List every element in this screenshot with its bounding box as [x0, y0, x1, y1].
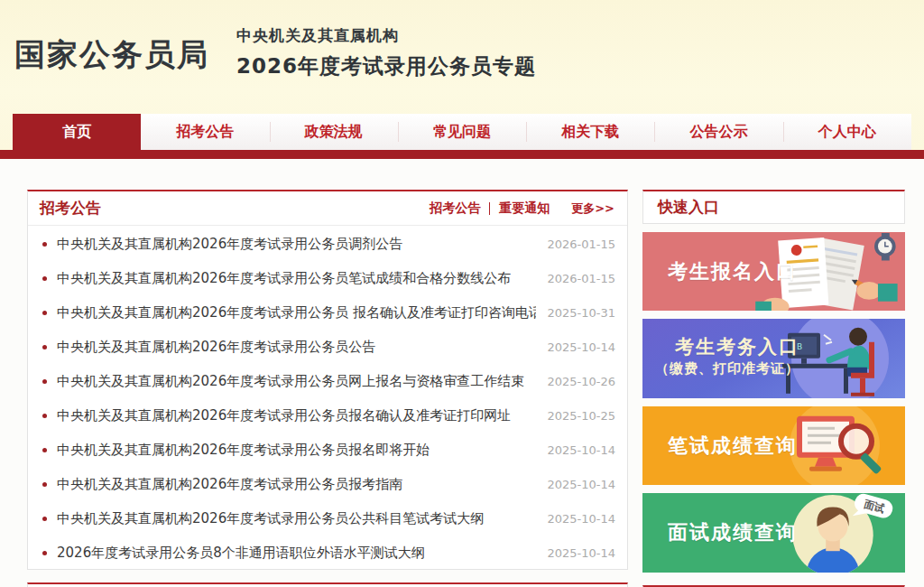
nav-tab[interactable]: 相关下载: [526, 114, 654, 150]
list-item-title: 中央机关及其直属机构2026年度考试录用公务员公共科目笔试考试大纲: [57, 510, 536, 527]
nav-tab-label: 首页: [62, 123, 91, 142]
brand-area: 国家公务员局 中央机关及其直属机构 2026年度考试录用公务员专题: [0, 0, 924, 80]
nav-tab[interactable]: 个人中心: [783, 114, 911, 150]
list-item[interactable]: 中央机关及其直属机构2026年度考试录用公务员报考指南 2025-10-14: [40, 468, 615, 502]
list-item[interactable]: 中央机关及其直属机构2026年度考试录用公务员调剂公告 2026-01-15: [40, 227, 615, 261]
banner-sublabel: （缴费、打印准考证）: [655, 360, 799, 377]
list-item-date: 2026-01-15: [547, 238, 615, 251]
list-item-date: 2025-10-14: [547, 512, 615, 526]
announcements-filters: 招考公告 重要通知 更多>>: [430, 200, 614, 217]
site-subtitle: 中央机关及其直属机构: [236, 25, 536, 46]
list-item[interactable]: 中央机关及其直属机构2026年度考试录用公务员报名确认及准考证打印网址 2025…: [40, 398, 615, 433]
nav-tab-label: 常见问题: [433, 123, 491, 142]
main-content: 招考公告 招考公告 重要通知 更多>> 中央机关及其直属机构2026年度考试录用…: [0, 159, 924, 587]
site-title-block: 中央机关及其直属机构 2026年度考试录用公务员专题: [236, 25, 536, 80]
nav-tab[interactable]: 常见问题: [398, 114, 526, 150]
next-section-stub-left: [27, 582, 628, 587]
nav-tab[interactable]: 招考公告: [141, 114, 269, 150]
nav-tab-label: 个人中心: [818, 123, 876, 142]
site-header: 国家公务员局 中央机关及其直属机构 2026年度考试录用公务员专题 首页 招考公…: [0, 0, 924, 150]
site-logo-text: 国家公务员局: [14, 34, 209, 76]
list-item-title: 中央机关及其直属机构2026年度考试录用公务员 报名确认及准考证打印咨询电话: [57, 304, 536, 321]
list-item[interactable]: 中央机关及其直属机构2026年度考试录用公务员报名即将开始 2025-10-14: [40, 433, 615, 468]
filter-divider: [489, 202, 490, 215]
list-item-date: 2025-10-14: [547, 340, 615, 354]
announcements-title: 招考公告: [40, 198, 101, 219]
registration-entry-banner[interactable]: 考生报名入口: [642, 232, 905, 312]
list-item-date: 2025-10-14: [547, 478, 615, 491]
list-item-date: 2025-10-14: [547, 443, 615, 457]
list-item-title: 中央机关及其直属机构2026年度考试录用公务员公告: [57, 339, 536, 356]
list-item-title: 中央机关及其直属机构2026年度考试录用公务员网上报名与资格审查工作结束: [57, 373, 536, 390]
quick-entry-title: 快速入口: [658, 197, 719, 218]
banner-label: 面试成绩查询: [668, 519, 798, 546]
announcements-list: 中央机关及其直属机构2026年度考试录用公务员调剂公告 2026-01-15 中…: [28, 226, 627, 571]
list-item-title: 中央机关及其直属机构2026年度考试录用公务员报名即将开始: [57, 442, 536, 459]
bullet-icon: [42, 414, 47, 418]
list-item[interactable]: 中央机关及其直属机构2026年度考试录用公务员 报名确认及准考证打印咨询电话 2…: [40, 295, 615, 330]
nav-tab-label: 政策法规: [305, 123, 363, 142]
list-item-title: 中央机关及其直属机构2026年度考试录用公务员调剂公告: [57, 236, 536, 253]
bullet-icon: [42, 276, 47, 281]
filter-announcements-link[interactable]: 招考公告: [430, 200, 480, 217]
exam-affairs-entry-banner[interactable]: 考生考务入口 （缴费、打印准考证） B: [642, 319, 905, 398]
quick-entry-panel: 快速入口: [642, 190, 905, 224]
banner-label: 考生报名入口: [668, 258, 798, 285]
quick-entry-column: 快速入口 考生报名入口: [642, 190, 905, 587]
bullet-icon: [42, 482, 47, 487]
list-item-title: 中央机关及其直属机构2026年度考试录用公务员报考指南: [57, 476, 536, 493]
list-item[interactable]: 中央机关及其直属机构2026年度考试录用公务员公共科目笔试考试大纲 2025-1…: [40, 502, 615, 536]
list-item[interactable]: 中央机关及其直属机构2026年度考试录用公务员笔试成绩和合格分数线公布 2026…: [40, 261, 615, 295]
bullet-icon: [42, 551, 47, 555]
nav-tab-label: 公告公示: [690, 123, 748, 142]
nav-tab[interactable]: 政策法规: [270, 114, 398, 150]
announcements-panel: 招考公告 招考公告 重要通知 更多>> 中央机关及其直属机构2026年度考试录用…: [27, 190, 628, 570]
nav-tab-label: 招考公告: [176, 123, 234, 142]
site-title: 2026年度考试录用公务员专题: [236, 52, 536, 80]
main-nav: 首页 招考公告 政策法规 常见问题 相关下载 公告公示 个人中心: [13, 114, 911, 150]
bullet-icon: [42, 242, 47, 247]
list-item-date: 2025-10-25: [547, 409, 615, 423]
announcements-column: 招考公告 招考公告 重要通知 更多>> 中央机关及其直属机构2026年度考试录用…: [27, 190, 628, 587]
nav-tab[interactable]: 首页: [13, 114, 141, 150]
list-item-date: 2025-10-26: [547, 375, 615, 388]
list-item-date: 2025-10-14: [547, 546, 615, 560]
filter-important-link[interactable]: 重要通知: [499, 200, 550, 217]
banner-label: 笔试成绩查询: [668, 433, 798, 460]
list-item[interactable]: 中央机关及其直属机构2026年度考试录用公务员公告 2025-10-14: [40, 330, 615, 364]
nav-tab[interactable]: 公告公示: [654, 114, 782, 150]
bullet-icon: [42, 345, 47, 349]
nav-bottom-bar: [0, 150, 924, 159]
nav-tab-label: 相关下载: [561, 123, 619, 142]
list-item-title: 中央机关及其直属机构2026年度考试录用公务员笔试成绩和合格分数线公布: [57, 270, 536, 287]
interview-score-banner[interactable]: 面试 面试成绩查询: [642, 493, 905, 573]
list-item[interactable]: 2026年度考试录用公务员8个非通用语职位外语水平测试大纲 2025-10-14: [40, 536, 615, 571]
list-item-title: 2026年度考试录用公务员8个非通用语职位外语水平测试大纲: [57, 545, 536, 562]
announcements-header: 招考公告 招考公告 重要通知 更多>>: [28, 191, 627, 226]
banner-label: 考生考务入口: [675, 334, 799, 359]
bullet-icon: [42, 448, 47, 452]
list-item-date: 2026-01-15: [547, 272, 615, 285]
list-item-date: 2025-10-31: [547, 306, 615, 320]
written-score-banner[interactable]: 笔试成绩查询: [642, 406, 905, 486]
bullet-icon: [42, 379, 47, 384]
more-link[interactable]: 更多>>: [571, 200, 614, 217]
bullet-icon: [42, 311, 47, 315]
list-item-title: 中央机关及其直属机构2026年度考试录用公务员报名确认及准考证打印网址: [57, 407, 536, 424]
list-item[interactable]: 中央机关及其直属机构2026年度考试录用公务员网上报名与资格审查工作结束 202…: [40, 364, 615, 398]
bullet-icon: [42, 517, 47, 521]
